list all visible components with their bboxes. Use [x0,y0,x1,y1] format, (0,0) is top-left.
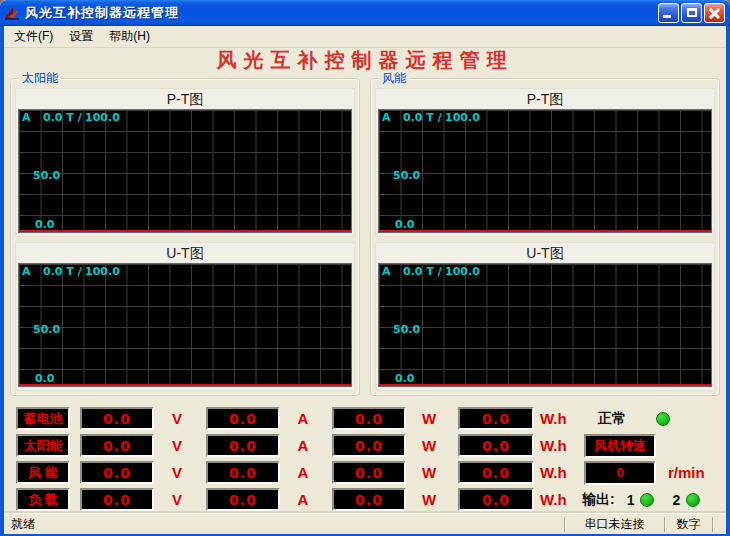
fan-speed-display: 0 [584,461,656,485]
minimize-icon [663,15,671,18]
unit-watthour: W.h [540,437,576,454]
axis-y-mid: 50.0 [393,323,420,336]
load-voltage-display: 0.0 [80,488,154,511]
axis-channel-label: A [382,265,391,278]
output-1-number: 1 [627,492,635,508]
solar-ut-chart: A 0.0 T / 100.0 50.0 0.0 [18,263,352,387]
wind-ut-panel: U-T图 A 0.0 T / 100.0 50.0 0.0 [375,242,715,391]
wind-ut-title: U-T图 [378,244,712,263]
solar-power-display: 0.0 [332,434,406,457]
app-icon [4,5,21,21]
axis-channel-label: A [382,111,391,124]
solar-label: 太阳能 [16,434,70,457]
reading-row-battery: 蓄电池 0.0 V 0.0 A 0.0 W 0.0 W.h 正常 [10,405,720,432]
solar-ut-title: U-T图 [18,244,352,263]
status-tail-pane [712,517,726,532]
axis-y-max: 100.0 [85,265,120,278]
wind-voltage-display: 0.0 [80,461,154,484]
unit-watthour: W.h [540,410,576,427]
axis-x-scale: 0.0 T / [43,111,82,124]
unit-watt: W [414,464,444,481]
unit-amp: A [288,410,318,427]
status-normal-label: 正常 [598,410,626,428]
load-energy-display: 0.0 [458,488,534,511]
solar-pt-chart: A 0.0 T / 100.0 50.0 0.0 [18,109,352,233]
wind-current-display: 0.0 [206,461,280,484]
menu-help[interactable]: 帮助(H) [101,26,158,47]
group-wind-label: 风能 [379,71,409,85]
axis-x-scale: 0.0 T / [403,111,442,124]
battery-voltage-display: 0.0 [80,407,154,430]
group-wind: 风能 P-T图 A 0.0 T / 100.0 50.0 0.0 [370,78,720,396]
unit-watt: W [414,410,444,427]
statusbar: 就绪 串口未连接 数字 [4,513,726,534]
axis-y-max: 100.0 [85,111,120,124]
fan-speed-label: 风机转速 [584,434,656,458]
status-ready: 就绪 [4,516,564,533]
load-power-display: 0.0 [332,488,406,511]
unit-volt: V [162,491,192,508]
wind-power-display: 0.0 [332,461,406,484]
unit-watthour: W.h [540,491,576,508]
status-serial: 串口未连接 [564,517,664,532]
minimize-button[interactable] [658,3,679,23]
unit-volt: V [162,437,192,454]
client-area: 风光互补控制器远程管理 太阳能 P-T图 A 0.0 T / 100.0 50.… [4,48,726,513]
output-2-indicator [686,493,700,507]
fan-speed-unit: r/min [668,464,705,481]
zero-trace-line [19,230,351,232]
axis-channel-label: A [22,111,31,124]
wind-ut-chart: A 0.0 T / 100.0 50.0 0.0 [378,263,712,387]
titlebar: 风光互补控制器远程管理 [0,0,730,26]
solar-energy-display: 0.0 [458,434,534,457]
window-frame: 文件(F) 设置 帮助(H) 风光互补控制器远程管理 太阳能 P-T图 A 0.… [0,26,730,536]
unit-volt: V [162,410,192,427]
unit-volt: V [162,464,192,481]
unit-watt: W [414,491,444,508]
maximize-button[interactable] [681,3,702,23]
readings-panel: 蓄电池 0.0 V 0.0 A 0.0 W 0.0 W.h 正常 太阳能 [10,405,720,513]
unit-amp: A [288,491,318,508]
unit-watt: W [414,437,444,454]
menu-file[interactable]: 文件(F) [6,26,61,47]
zero-trace-line [379,384,711,386]
wind-pt-chart: A 0.0 T / 100.0 50.0 0.0 [378,109,712,233]
axis-y-mid: 50.0 [393,169,420,182]
axis-y-mid: 50.0 [33,323,60,336]
group-solar: 太阳能 P-T图 A 0.0 T / 100.0 50.0 0.0 [10,78,360,396]
wind-energy-display: 0.0 [458,461,534,484]
normal-indicator [656,412,670,426]
solar-pt-title: P-T图 [18,90,352,109]
status-numlock: 数字 [664,517,712,532]
app-window: 风光互补控制器远程管理 文件(F) 设置 帮助(H) 风光互补控制器远程管理 太… [0,0,730,536]
unit-amp: A [288,437,318,454]
menubar: 文件(F) 设置 帮助(H) [4,26,726,48]
solar-pt-panel: P-T图 A 0.0 T / 100.0 50.0 0.0 [15,88,355,237]
zero-trace-line [379,230,711,232]
load-label: 负 载 [16,488,70,511]
window-title: 风光互补控制器远程管理 [25,4,658,22]
battery-label: 蓄电池 [16,407,70,430]
solar-voltage-display: 0.0 [80,434,154,457]
solar-current-display: 0.0 [206,434,280,457]
output-2-number: 2 [672,492,680,508]
battery-energy-display: 0.0 [458,407,534,430]
unit-watthour: W.h [540,464,576,481]
axis-y-max: 100.0 [445,111,480,124]
output-label: 输出: [582,491,615,509]
load-current-display: 0.0 [206,488,280,511]
solar-ut-panel: U-T图 A 0.0 T / 100.0 50.0 0.0 [15,242,355,391]
output-1-indicator [640,493,654,507]
reading-row-wind: 风 能 0.0 V 0.0 A 0.0 W 0.0 W.h 0 r/min [10,459,720,486]
axis-x-scale: 0.0 T / [43,265,82,278]
unit-amp: A [288,464,318,481]
battery-current-display: 0.0 [206,407,280,430]
reading-row-solar: 太阳能 0.0 V 0.0 A 0.0 W 0.0 W.h 风机转速 [10,432,720,459]
close-button[interactable] [704,3,725,23]
menu-settings[interactable]: 设置 [61,26,101,47]
wind-pt-title: P-T图 [378,90,712,109]
group-solar-label: 太阳能 [19,71,61,85]
axis-y-mid: 50.0 [33,169,60,182]
wind-label: 风 能 [16,461,70,484]
axis-channel-label: A [22,265,31,278]
